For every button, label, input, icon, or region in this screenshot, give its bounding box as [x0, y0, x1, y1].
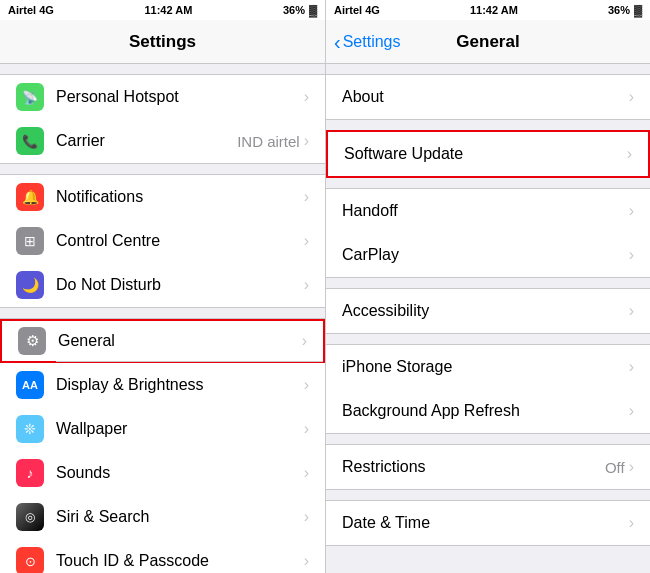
accessibility-label: Accessibility — [342, 302, 629, 320]
row-general[interactable]: ⚙ General › — [0, 319, 325, 363]
display-label: Display & Brightness — [56, 376, 304, 394]
left-status-left: Airtel 4G — [8, 4, 54, 16]
left-battery: 36% — [283, 4, 305, 16]
left-nav-bar: Settings — [0, 20, 325, 64]
left-section-3: ⚙ General › AA Display & Brightness › ❊ — [0, 318, 325, 573]
row-iphone-storage[interactable]: iPhone Storage › — [326, 345, 650, 389]
row-accessibility[interactable]: Accessibility › — [326, 289, 650, 333]
row-touchid[interactable]: ⊙ Touch ID & Passcode › — [0, 539, 325, 573]
right-group-software: Software Update › — [326, 130, 650, 178]
notifications-icon: 🔔 — [16, 183, 44, 211]
row-bg-refresh[interactable]: Background App Refresh › — [326, 389, 650, 433]
left-group-2: 🔔 Notifications › ⊞ Control Centre › 🌙 — [0, 174, 325, 308]
row-hotspot[interactable]: 📡 Personal Hotspot › — [0, 75, 325, 119]
notifications-label: Notifications — [56, 188, 304, 206]
left-status-right: 36% ▓ — [283, 4, 317, 16]
touchid-chevron: › — [304, 552, 309, 570]
right-section-datetime: Date & Time › — [326, 500, 650, 546]
date-time-label: Date & Time — [342, 514, 629, 532]
right-group-restrictions: Restrictions Off › — [326, 444, 650, 490]
back-button[interactable]: ‹ Settings — [334, 32, 400, 52]
right-battery: 36% — [608, 4, 630, 16]
left-group-1: 📡 Personal Hotspot › 📞 Carrier IND airte… — [0, 74, 325, 164]
hotspot-icon: 📡 — [16, 83, 44, 111]
right-status-right: 36% ▓ — [608, 4, 642, 16]
carplay-chevron: › — [629, 246, 634, 264]
back-chevron-icon: ‹ — [334, 32, 341, 52]
row-siri[interactable]: ◎ Siri & Search › — [0, 495, 325, 539]
row-carplay[interactable]: CarPlay › — [326, 233, 650, 277]
sounds-icon: ♪ — [16, 459, 44, 487]
right-group-datetime: Date & Time › — [326, 500, 650, 546]
right-title: General — [456, 32, 519, 52]
general-label: General — [58, 332, 302, 350]
left-carrier: Airtel 4G — [8, 4, 54, 16]
sounds-label: Sounds — [56, 464, 304, 482]
right-section-storage: iPhone Storage › Background App Refresh … — [326, 344, 650, 434]
row-display[interactable]: AA Display & Brightness › — [0, 363, 325, 407]
about-chevron: › — [629, 88, 634, 106]
handoff-label: Handoff — [342, 202, 629, 220]
left-scroll[interactable]: 📡 Personal Hotspot › 📞 Carrier IND airte… — [0, 64, 325, 573]
control-centre-chevron: › — [304, 232, 309, 250]
right-status-bar: Airtel 4G 11:42 AM 36% ▓ — [326, 0, 650, 20]
left-time: 11:42 AM — [144, 4, 192, 16]
right-carrier: Airtel 4G — [334, 4, 380, 16]
sounds-chevron: › — [304, 464, 309, 482]
row-handoff[interactable]: Handoff › — [326, 189, 650, 233]
iphone-storage-chevron: › — [629, 358, 634, 376]
right-group-about: About › — [326, 74, 650, 120]
siri-chevron: › — [304, 508, 309, 526]
left-section-2: 🔔 Notifications › ⊞ Control Centre › 🌙 — [0, 174, 325, 308]
carrier-icon: 📞 — [16, 127, 44, 155]
row-sounds[interactable]: ♪ Sounds › — [0, 451, 325, 495]
carrier-value: IND airtel — [237, 133, 300, 150]
back-label: Settings — [343, 33, 401, 51]
left-panel: Airtel 4G 11:42 AM 36% ▓ Settings 📡 Pers… — [0, 0, 325, 573]
display-chevron: › — [304, 376, 309, 394]
handoff-chevron: › — [629, 202, 634, 220]
wallpaper-chevron: › — [304, 420, 309, 438]
left-group-3: ⚙ General › AA Display & Brightness › ❊ — [0, 318, 325, 573]
software-update-label: Software Update — [344, 145, 627, 163]
carrier-chevron: › — [304, 132, 309, 150]
carplay-label: CarPlay — [342, 246, 629, 264]
row-control-centre[interactable]: ⊞ Control Centre › — [0, 219, 325, 263]
date-time-chevron: › — [629, 514, 634, 532]
right-panel: Airtel 4G 11:42 AM 36% ▓ ‹ Settings Gene… — [325, 0, 650, 573]
general-icon: ⚙ — [18, 327, 46, 355]
right-group-storage: iPhone Storage › Background App Refresh … — [326, 344, 650, 434]
notifications-chevron: › — [304, 188, 309, 206]
accessibility-chevron: › — [629, 302, 634, 320]
about-label: About — [342, 88, 629, 106]
right-section-about: About › — [326, 74, 650, 120]
right-scroll[interactable]: About › Software Update › Handoff › — [326, 64, 650, 573]
row-date-time[interactable]: Date & Time › — [326, 501, 650, 545]
row-software-update[interactable]: Software Update › — [328, 132, 648, 176]
row-about[interactable]: About › — [326, 75, 650, 119]
do-not-disturb-icon: 🌙 — [16, 271, 44, 299]
touchid-icon: ⊙ — [16, 547, 44, 573]
siri-icon: ◎ — [16, 503, 44, 531]
row-notifications[interactable]: 🔔 Notifications › — [0, 175, 325, 219]
carrier-label: Carrier — [56, 132, 237, 150]
row-restrictions[interactable]: Restrictions Off › — [326, 445, 650, 489]
display-icon: AA — [16, 371, 44, 399]
row-carrier[interactable]: 📞 Carrier IND airtel › — [0, 119, 325, 163]
restrictions-label: Restrictions — [342, 458, 605, 476]
control-centre-label: Control Centre — [56, 232, 304, 250]
do-not-disturb-chevron: › — [304, 276, 309, 294]
left-title: Settings — [129, 32, 196, 52]
right-battery-icon: ▓ — [634, 4, 642, 16]
right-time: 11:42 AM — [470, 4, 518, 16]
do-not-disturb-label: Do Not Disturb — [56, 276, 304, 294]
software-update-chevron: › — [627, 145, 632, 163]
wallpaper-label: Wallpaper — [56, 420, 304, 438]
left-status-bar: Airtel 4G 11:42 AM 36% ▓ — [0, 0, 325, 20]
right-nav-bar: ‹ Settings General — [326, 20, 650, 64]
right-section-restrictions: Restrictions Off › — [326, 444, 650, 490]
left-section-1: 📡 Personal Hotspot › 📞 Carrier IND airte… — [0, 74, 325, 164]
right-group-accessibility: Accessibility › — [326, 288, 650, 334]
row-do-not-disturb[interactable]: 🌙 Do Not Disturb › — [0, 263, 325, 307]
row-wallpaper[interactable]: ❊ Wallpaper › — [0, 407, 325, 451]
